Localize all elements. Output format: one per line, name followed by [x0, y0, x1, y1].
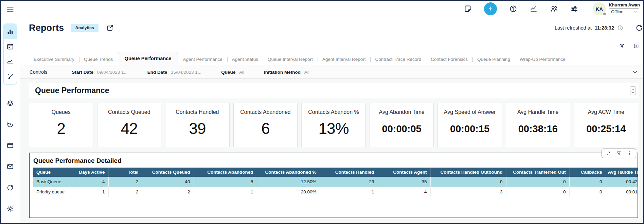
tab-agent-interval-report[interactable]: Agent Interval Report	[318, 53, 371, 66]
section-spinner[interactable]	[630, 86, 636, 95]
filter-start-date-label: Start Date	[72, 70, 93, 75]
kpi-value: 00:00:05	[382, 123, 422, 135]
queue-performance-table: Queue Days Active Total Contacts Queued …	[33, 168, 638, 197]
controls-bar: Controls Start Date 09/04/2023 1... End …	[20, 66, 643, 79]
kpi-label: Avg ACW Time	[588, 109, 624, 115]
kpi-card-contacts-abandoned: Contacts Abandoned 6	[233, 103, 298, 147]
col-queue[interactable]: Queue	[33, 168, 77, 177]
filter-icon[interactable]	[616, 151, 622, 156]
tab-queue-performance[interactable]: Queue Performance	[118, 52, 178, 66]
lightning-icon	[487, 6, 494, 12]
tab-queue-interval-report[interactable]: Queue Interval Report	[263, 53, 318, 66]
sidebar-item-workspace[interactable]	[5, 142, 15, 149]
kpi-card-queues: Queues 2	[29, 103, 93, 147]
kpi-label: Queues	[52, 109, 71, 115]
tab-wrap-up-performance[interactable]: Wrap-Up Performance	[515, 53, 570, 66]
cell-contacts-agent: 35	[378, 177, 430, 187]
report-content: Queue Performance Queues 2 Contacts Queu…	[20, 79, 643, 223]
table-title: Queue Performance Detailed	[30, 153, 638, 168]
sidebar-item-settings[interactable]	[5, 205, 15, 212]
sidebar-item-reports-pie[interactable]	[5, 184, 15, 191]
widget-toolbar	[602, 149, 636, 158]
tab-contract-trace-record[interactable]: Contract Trace Record	[370, 53, 426, 66]
expand-icon[interactable]	[606, 151, 611, 156]
mail-icon	[6, 163, 14, 170]
col-callbacks[interactable]: Callbacks	[569, 168, 606, 177]
table-row-basicqueue[interactable]: BasicQueue 4 2 40 5 12.50% 29 35 0 0 0	[33, 177, 638, 187]
avatar-initials: KA	[595, 6, 603, 12]
menu-icon[interactable]	[6, 5, 14, 13]
layers-icon	[6, 100, 14, 107]
filter-icon[interactable]	[619, 43, 625, 49]
section-header: Queue Performance	[29, 83, 638, 98]
chevron-down-icon	[631, 91, 634, 93]
table-row-priority-queue[interactable]: Priority queue 1 2 2 1 20.00% 1 4 3 0 0	[33, 187, 638, 197]
filter-start-date[interactable]: Start Date 09/04/2023 1...	[72, 70, 128, 75]
note-icon[interactable]	[464, 5, 472, 13]
metrics-icon[interactable]	[530, 5, 538, 13]
sidebar-item-history[interactable]	[5, 121, 15, 128]
controls-collapse-chevron-icon[interactable]	[632, 69, 638, 75]
sidebar	[1, 1, 20, 223]
cell-total: 2	[108, 187, 142, 197]
cell-contacts-transferred-out: 0	[506, 187, 569, 197]
cell-queue: Priority queue	[33, 187, 77, 197]
tab-executive-summary[interactable]: Executive Summary	[29, 53, 79, 66]
kpi-label: Avg Speed of Answer	[444, 109, 496, 115]
page-title: Reports	[29, 23, 64, 33]
col-total[interactable]: Total	[108, 168, 142, 177]
cell-total: 2	[108, 177, 142, 187]
kpi-card-contacts-abandon-pct: Contacts Abandon % 13%	[301, 103, 366, 147]
kpi-card-contacts-queued: Contacts Queued 42	[97, 103, 162, 147]
kpi-value: 39	[189, 119, 205, 138]
sidebar-item-mail[interactable]	[5, 163, 15, 170]
kpi-card-avg-abandon-time: Avg Abandon Time 00:00:05	[370, 103, 434, 147]
last-refreshed-time: 11:28:32	[595, 25, 614, 31]
refresh-icon[interactable]	[635, 24, 643, 32]
col-contacts-abandoned[interactable]: Contacts Abandoned	[194, 168, 257, 177]
status-dot	[603, 12, 607, 16]
tab-agent-performance[interactable]: Agent Performance	[178, 53, 227, 66]
sidebar-item-modules[interactable]	[5, 100, 15, 107]
agent-status-select[interactable]: Offline	[609, 8, 639, 15]
col-days-active[interactable]: Days Active	[77, 168, 108, 177]
tab-agent-status[interactable]: Agent Status	[227, 53, 263, 66]
col-contacts-handled-outbound[interactable]: Contacts Handled Outbound	[430, 168, 506, 177]
col-contacts-agent[interactable]: Contacts Agent	[378, 168, 430, 177]
tab-queue-trends[interactable]: Queue Trends	[79, 53, 118, 66]
user-area: KA Khurram Awan Offline	[593, 2, 640, 15]
cell-contacts-handled: 29	[320, 177, 378, 187]
info-icon[interactable]	[617, 25, 623, 31]
col-contacts-abandoned-pct[interactable]: Contacts Abandoned %	[257, 168, 320, 177]
sidebar-item-reports[interactable]	[3, 24, 17, 39]
sidebar-item-metrics[interactable]	[3, 54, 17, 69]
line-chart-icon	[6, 58, 14, 65]
cell-avg-handle-time: 00:42:22	[606, 177, 638, 187]
users-icon[interactable]	[550, 5, 558, 13]
bar-chart-icon	[6, 28, 14, 35]
tab-queue-planning[interactable]: Queue Planning	[472, 53, 515, 66]
col-contacts-handled[interactable]: Contacts Handled	[320, 168, 378, 177]
cell-avg-handle-time: 00:01:19	[606, 187, 638, 197]
filter-end-date[interactable]: End Date 15/04/2023 1...	[147, 70, 201, 75]
filter-queue[interactable]: Queue All	[221, 70, 244, 75]
sliders-icon[interactable]	[570, 5, 578, 13]
sidebar-secondary-nav	[5, 100, 15, 212]
col-avg-handle-time[interactable]: Avg Handle Time	[606, 168, 638, 177]
tab-contact-forensics[interactable]: Contact Forensics	[426, 53, 472, 66]
kpi-card-contacts-handled: Contacts Handled 39	[165, 103, 230, 147]
section-title: Queue Performance	[35, 86, 109, 95]
kebab-menu-icon[interactable]	[627, 151, 632, 156]
filter-initiation-method[interactable]: Initiation Method All	[264, 70, 309, 75]
realtime-button[interactable]	[484, 2, 497, 15]
sidebar-item-schedule[interactable]	[3, 39, 17, 54]
download-icon[interactable]	[633, 43, 639, 49]
cell-days-active: 1	[77, 187, 108, 197]
cell-contacts-handled-outbound: 3	[430, 187, 506, 197]
external-link-icon[interactable]	[106, 24, 114, 32]
queue-performance-detailed-widget: Queue Performance Detailed Queue Days Ac…	[29, 153, 638, 218]
col-contacts-queued[interactable]: Contacts Queued	[142, 168, 194, 177]
help-icon[interactable]	[509, 5, 517, 13]
sidebar-item-designer[interactable]	[3, 69, 17, 84]
col-contacts-transferred-out[interactable]: Contacts Tranferred Out	[506, 168, 569, 177]
